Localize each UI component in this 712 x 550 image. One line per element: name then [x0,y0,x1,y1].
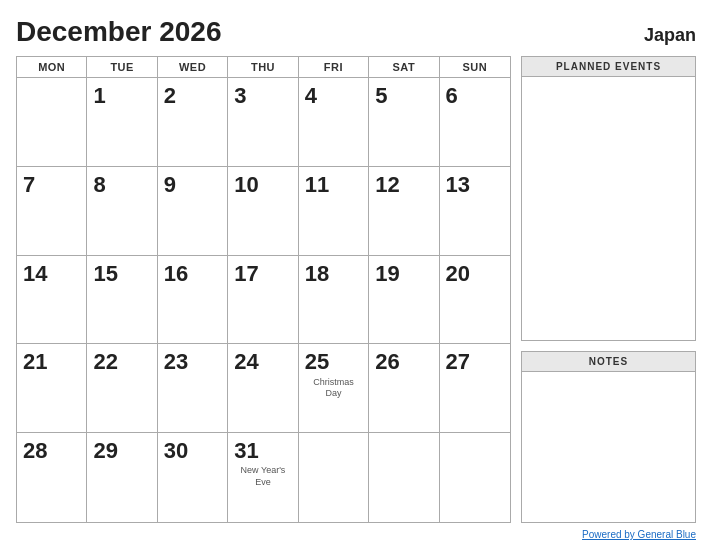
day-number: 17 [234,262,258,286]
day-number: 13 [446,173,470,197]
footer: Powered by General Blue [16,529,696,540]
header: December 2026 Japan [16,16,696,48]
day-header-wed: WED [158,57,228,77]
day-number: 3 [234,84,246,108]
cal-cell: 25Christmas Day [299,344,369,433]
cal-cell: 15 [87,256,157,345]
calendar-grid: 1234567891011121314151617181920212223242… [17,78,510,522]
day-number: 8 [93,173,105,197]
cal-cell: 4 [299,78,369,167]
cal-cell: 3 [228,78,298,167]
planned-events-body [522,77,695,340]
cal-cell [440,433,510,522]
calendar-area: MONTUEWEDTHUFRISATSUN 123456789101112131… [16,56,511,523]
cal-cell: 31New Year's Eve [228,433,298,522]
day-number: 19 [375,262,399,286]
day-number: 1 [93,84,105,108]
cal-cell: 27 [440,344,510,433]
cal-cell: 26 [369,344,439,433]
day-number: 30 [164,439,188,463]
day-number: 7 [23,173,35,197]
event-label: Christmas Day [305,377,362,400]
cal-cell [299,433,369,522]
cal-cell: 19 [369,256,439,345]
cal-cell [17,78,87,167]
cal-cell: 14 [17,256,87,345]
sidebar: PLANNED EVENTS NOTES [521,56,696,523]
notes-body [522,372,695,522]
day-number: 9 [164,173,176,197]
cal-cell: 13 [440,167,510,256]
cal-cell [369,433,439,522]
cal-cell: 10 [228,167,298,256]
day-header-fri: FRI [299,57,369,77]
day-number: 28 [23,439,47,463]
day-number: 31 [234,439,258,463]
cal-cell: 23 [158,344,228,433]
cal-cell: 16 [158,256,228,345]
day-header-mon: MON [17,57,87,77]
cal-cell: 18 [299,256,369,345]
day-header-tue: TUE [87,57,157,77]
cal-cell: 20 [440,256,510,345]
day-headers: MONTUEWEDTHUFRISATSUN [17,57,510,78]
cal-cell: 30 [158,433,228,522]
month-title: December 2026 [16,16,221,48]
day-number: 5 [375,84,387,108]
cal-cell: 21 [17,344,87,433]
cal-cell: 6 [440,78,510,167]
day-number: 22 [93,350,117,374]
day-number: 20 [446,262,470,286]
notes-header: NOTES [522,352,695,372]
powered-by-link[interactable]: Powered by General Blue [582,529,696,540]
cal-cell: 17 [228,256,298,345]
notes-box: NOTES [521,351,696,523]
day-number: 10 [234,173,258,197]
day-number: 11 [305,173,329,197]
cal-cell: 11 [299,167,369,256]
day-header-sat: SAT [369,57,439,77]
day-number: 16 [164,262,188,286]
cal-cell: 22 [87,344,157,433]
day-number: 24 [234,350,258,374]
day-number: 12 [375,173,399,197]
day-number: 26 [375,350,399,374]
cal-cell: 29 [87,433,157,522]
cal-cell: 24 [228,344,298,433]
day-number: 25 [305,350,329,374]
day-number: 4 [305,84,317,108]
day-number: 18 [305,262,329,286]
main-content: MONTUEWEDTHUFRISATSUN 123456789101112131… [16,56,696,523]
day-number: 6 [446,84,458,108]
calendar-page: December 2026 Japan MONTUEWEDTHUFRISATSU… [0,0,712,550]
day-number: 2 [164,84,176,108]
cal-cell: 28 [17,433,87,522]
planned-events-box: PLANNED EVENTS [521,56,696,341]
cal-cell: 9 [158,167,228,256]
cal-cell: 12 [369,167,439,256]
day-number: 23 [164,350,188,374]
country-title: Japan [644,25,696,46]
cal-cell: 2 [158,78,228,167]
day-number: 15 [93,262,117,286]
day-header-thu: THU [228,57,298,77]
cal-cell: 5 [369,78,439,167]
planned-events-header: PLANNED EVENTS [522,57,695,77]
cal-cell: 8 [87,167,157,256]
cal-cell: 7 [17,167,87,256]
event-label: New Year's Eve [234,465,291,488]
day-number: 14 [23,262,47,286]
day-number: 27 [446,350,470,374]
day-header-sun: SUN [440,57,510,77]
day-number: 29 [93,439,117,463]
day-number: 21 [23,350,47,374]
cal-cell: 1 [87,78,157,167]
